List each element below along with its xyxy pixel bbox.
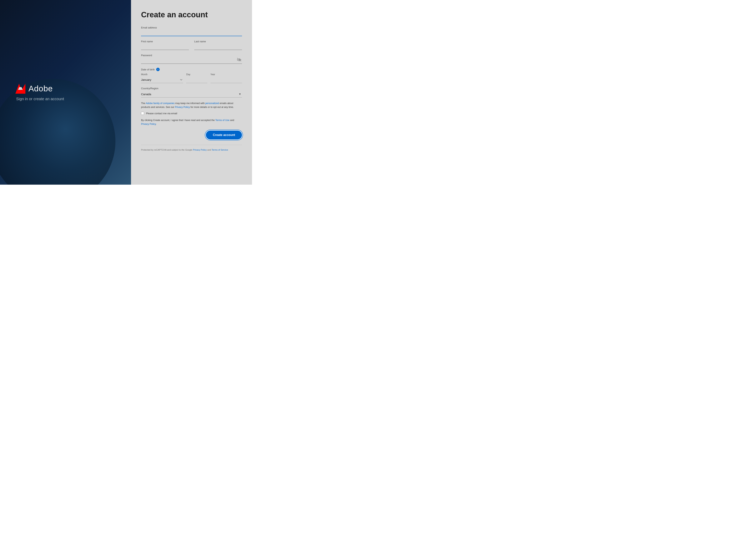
name-row: First name Last name <box>141 40 242 54</box>
recaptcha-privacy-link[interactable]: Privacy Policy <box>193 149 207 151</box>
consent-text: The Adobe family of companies may keep m… <box>141 101 242 109</box>
day-input[interactable] <box>186 77 207 83</box>
day-group: Day <box>186 73 207 83</box>
privacy-policy-link-1[interactable]: Privacy Policy <box>175 106 190 109</box>
adobe-tagline: Sign in or create an account <box>16 97 64 101</box>
adobe-icon <box>16 84 25 94</box>
email-group: Email address <box>141 26 242 36</box>
left-panel: Adobe Sign in or create an account <box>0 0 139 185</box>
year-group: Year <box>210 73 242 83</box>
recaptcha-text: Protected by reCAPTCHA and subject to th… <box>141 148 242 152</box>
create-account-panel: Create an account Email address First na… <box>131 0 252 185</box>
password-wrapper <box>141 58 242 64</box>
create-btn-wrapper: Create account <box>141 130 242 140</box>
country-group: Country/Region Canada United States Unit… <box>141 87 242 97</box>
recaptcha-text-1: Protected by reCAPTCHA and subject to th… <box>141 149 193 151</box>
country-label: Country/Region <box>141 87 242 90</box>
legal-text-2: and <box>230 119 234 122</box>
country-select-wrapper: Canada United States United Kingdom Aust… <box>141 91 242 97</box>
password-toggle-icon[interactable] <box>237 58 241 62</box>
dob-label: Date of birth <box>141 68 155 71</box>
page-title: Create an account <box>141 10 242 19</box>
country-select[interactable]: Canada United States United Kingdom Aust… <box>141 91 242 97</box>
password-input[interactable] <box>141 58 242 64</box>
privacy-policy-link-2[interactable]: Privacy Policy <box>141 123 156 125</box>
password-label: Password <box>141 54 242 57</box>
lastname-group: Last name <box>194 40 242 50</box>
email-input[interactable] <box>141 30 242 36</box>
adobe-logo: Adobe <box>16 84 53 94</box>
create-account-button[interactable]: Create account <box>206 130 242 140</box>
dob-fields: Month January February March April May J… <box>141 73 242 83</box>
contact-checkbox[interactable] <box>141 112 144 115</box>
consent-text-2: may keep me informed with <box>175 102 205 105</box>
password-group: Password <box>141 54 242 64</box>
firstname-input[interactable] <box>141 44 189 50</box>
recaptcha-tos-link[interactable]: Terms of Service <box>212 149 228 151</box>
month-sublabel: Month <box>141 73 183 76</box>
consent-text-1: The <box>141 102 146 105</box>
legal-text-1: By clicking Create account, I agree that… <box>141 119 215 122</box>
adobe-family-link[interactable]: Adobe family of companies <box>146 102 175 105</box>
dob-section: Date of birth i Month January February M… <box>141 68 242 83</box>
email-label: Email address <box>141 26 242 29</box>
dob-info-icon[interactable]: i <box>156 68 160 71</box>
checkbox-row: Please contact me via email <box>141 112 242 115</box>
month-group: Month January February March April May J… <box>141 73 183 83</box>
month-select[interactable]: January February March April May June Ju… <box>141 77 183 83</box>
legal-text-3: . <box>156 123 156 125</box>
terms-of-use-link[interactable]: Terms of Use <box>215 119 230 122</box>
day-sublabel: Day <box>186 73 207 76</box>
firstname-label: First name <box>141 40 189 43</box>
checkbox-label[interactable]: Please contact me via email <box>146 112 177 115</box>
dob-label-row: Date of birth i <box>141 68 242 71</box>
personalized-link[interactable]: personalized <box>205 102 219 105</box>
adobe-wordmark: Adobe <box>28 84 53 93</box>
consent-text-4: for more details or to opt-out at any ti… <box>190 106 234 109</box>
firstname-group: First name <box>141 40 189 50</box>
lastname-input[interactable] <box>194 44 242 50</box>
year-sublabel: Year <box>210 73 242 76</box>
lastname-label: Last name <box>194 40 242 43</box>
year-input[interactable] <box>210 77 242 83</box>
recaptcha-text-2: and <box>207 149 212 151</box>
legal-text: By clicking Create account, I agree that… <box>141 118 242 126</box>
